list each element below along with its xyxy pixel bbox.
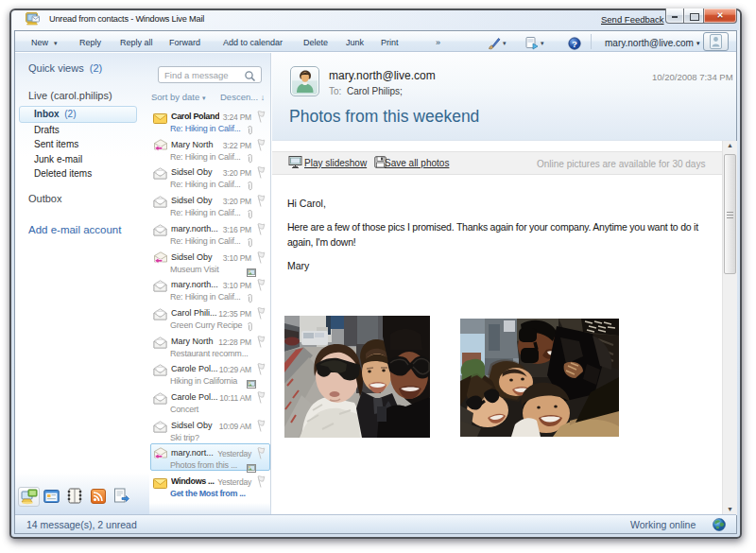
svg-text:?: ? [572, 39, 577, 49]
